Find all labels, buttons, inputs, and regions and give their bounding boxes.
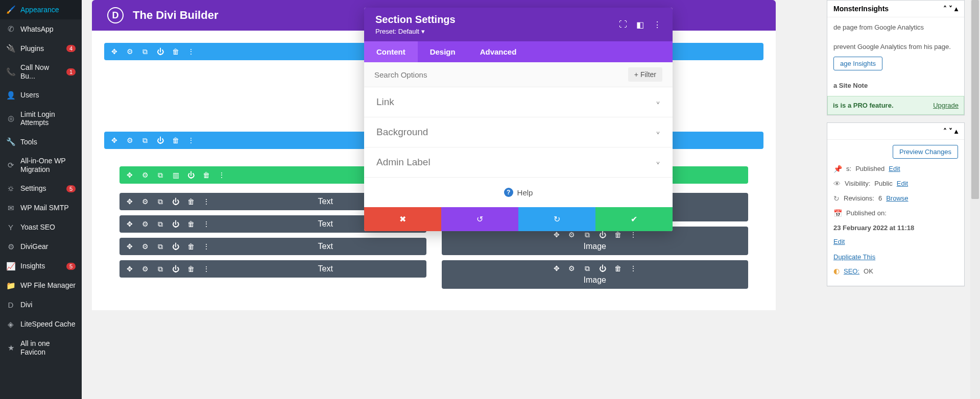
gear-icon[interactable]: ⚙: [126, 136, 134, 144]
move-icon[interactable]: ✥: [126, 220, 134, 228]
gear-icon[interactable]: ⚙: [568, 264, 576, 272]
preview-changes-button[interactable]: Preview Changes: [893, 145, 958, 159]
trash-icon[interactable]: 🗑: [614, 231, 622, 239]
move-icon[interactable]: ✥: [110, 136, 118, 144]
sidebar-item-divi[interactable]: DDivi: [0, 295, 82, 315]
sidebar-item-insights[interactable]: 📈Insights5: [0, 257, 82, 276]
power-icon[interactable]: ⏻: [156, 136, 164, 144]
tab-content[interactable]: Content: [364, 41, 418, 62]
sidebar-item-appearance[interactable]: 🖌️Appearance: [0, 0, 82, 19]
trash-icon[interactable]: 🗑: [172, 136, 180, 144]
more-icon[interactable]: ⋮: [202, 242, 210, 251]
edit-status-link[interactable]: Edit: [889, 164, 900, 174]
sidebar-item-wp-file-manager[interactable]: 📁WP File Manager: [0, 276, 82, 295]
power-icon[interactable]: ⏻: [172, 197, 180, 206]
sidebar-item-litespeed-cache[interactable]: ◈LiteSpeed Cache: [0, 315, 82, 334]
more-icon[interactable]: ⋮: [202, 197, 210, 206]
module-bar-image[interactable]: ✥⚙⧉⏻🗑⋮Image: [442, 260, 749, 289]
gear-icon[interactable]: ⚙: [126, 47, 134, 56]
duplicate-icon[interactable]: ⧉: [141, 47, 149, 56]
search-input[interactable]: [374, 70, 628, 79]
duplicate-icon[interactable]: ⧉: [141, 136, 149, 144]
meta-toggle-icons[interactable]: ˄ ˅ ▴: [943, 5, 958, 13]
scrollbar-track[interactable]: [970, 0, 980, 399]
settings-group-admin-label[interactable]: Admin Label៴: [364, 147, 673, 178]
power-icon[interactable]: ⏻: [156, 47, 164, 56]
meta-toggle-icons[interactable]: ˄ ˅ ▴: [943, 127, 958, 135]
more-icon[interactable]: ⋮: [218, 171, 226, 179]
module-bar-text[interactable]: ✥⚙⧉⏻🗑⋮Text: [119, 260, 426, 278]
gear-icon[interactable]: ⚙: [568, 231, 576, 239]
expand-icon[interactable]: ⛶: [619, 20, 627, 30]
gear-icon[interactable]: ⚙: [141, 171, 149, 179]
settings-group-link[interactable]: Link៴: [364, 87, 673, 117]
trash-icon[interactable]: 🗑: [187, 197, 195, 206]
settings-group-background[interactable]: Background៴: [364, 117, 673, 147]
cancel-button[interactable]: ✖: [364, 207, 441, 231]
trash-icon[interactable]: 🗑: [614, 264, 622, 272]
edit-visibility-link[interactable]: Edit: [897, 179, 908, 189]
sidebar-item-divigear[interactable]: ⚙DiviGear: [0, 237, 82, 257]
help-row[interactable]: ? Help: [364, 178, 673, 207]
more-icon[interactable]: ⋮: [187, 136, 195, 144]
duplicate-icon[interactable]: ⧉: [156, 197, 164, 206]
sidebar-item-call-now-bu-[interactable]: 📞Call Now Bu...1: [0, 58, 82, 86]
trash-icon[interactable]: 🗑: [187, 265, 195, 273]
browse-revisions-link[interactable]: Browse: [886, 193, 908, 204]
sidebar-item-plugins[interactable]: 🔌Plugins4: [0, 39, 82, 58]
trash-icon[interactable]: 🗑: [202, 171, 210, 179]
duplicate-icon[interactable]: ⧉: [156, 242, 164, 251]
settings-preset[interactable]: Preset: Default ▾: [375, 28, 619, 35]
power-icon[interactable]: ⏻: [187, 171, 195, 179]
columns-icon[interactable]: ▥: [172, 171, 180, 179]
sidebar-item-yoast-seo[interactable]: YYoast SEO: [0, 218, 82, 237]
module-bar-text[interactable]: ✥⚙⧉⏻🗑⋮Text: [119, 238, 426, 255]
gear-icon[interactable]: ⚙: [141, 265, 149, 273]
save-button[interactable]: ✔: [595, 207, 673, 231]
power-icon[interactable]: ⏻: [599, 264, 607, 272]
duplicate-icon[interactable]: ⧉: [156, 265, 164, 273]
sidebar-item-all-in-one-favicon[interactable]: ★All in one Favicon: [0, 334, 82, 362]
more-icon[interactable]: ⋮: [629, 231, 637, 239]
move-icon[interactable]: ✥: [126, 171, 134, 179]
undo-button[interactable]: ↺: [441, 207, 518, 231]
sidebar-item-limit-login-attempts[interactable]: ◎Limit Login Attempts: [0, 105, 82, 133]
filter-button[interactable]: + Filter: [628, 67, 662, 82]
trash-icon[interactable]: 🗑: [187, 242, 195, 251]
power-icon[interactable]: ⏻: [599, 231, 607, 239]
more-icon[interactable]: ⋮: [202, 265, 210, 273]
sidebar-item-whatsapp[interactable]: ✆WhatsApp: [0, 19, 82, 39]
move-icon[interactable]: ✥: [110, 47, 118, 56]
power-icon[interactable]: ⏻: [172, 265, 180, 273]
scrollbar-thumb[interactable]: [971, 0, 979, 199]
trash-icon[interactable]: 🗑: [187, 220, 195, 228]
sidebar-item-wp-mail-smtp[interactable]: ✉WP Mail SMTP: [0, 198, 82, 218]
move-icon[interactable]: ✥: [553, 231, 561, 239]
power-icon[interactable]: ⏻: [172, 242, 180, 251]
more-icon[interactable]: ⋮: [653, 20, 661, 30]
tab-design[interactable]: Design: [418, 41, 468, 62]
move-icon[interactable]: ✥: [126, 265, 134, 273]
more-icon[interactable]: ⋮: [629, 264, 637, 272]
duplicate-icon[interactable]: ⧉: [156, 171, 164, 179]
redo-button[interactable]: ↻: [518, 207, 595, 231]
duplicate-icon[interactable]: ⧉: [583, 264, 591, 272]
sidebar-item-users[interactable]: 👤Users: [0, 86, 82, 105]
snap-icon[interactable]: ◧: [636, 20, 644, 30]
move-icon[interactable]: ✥: [553, 264, 561, 272]
sidebar-item-settings[interactable]: ⛭Settings5: [0, 179, 82, 198]
duplicate-link[interactable]: Duplicate This: [833, 253, 875, 261]
seo-label[interactable]: SEO:: [844, 266, 859, 277]
more-icon[interactable]: ⋮: [202, 220, 210, 228]
tab-advanced[interactable]: Advanced: [468, 41, 529, 62]
move-icon[interactable]: ✥: [126, 242, 134, 251]
page-insights-button[interactable]: age Insights: [833, 57, 882, 70]
trash-icon[interactable]: 🗑: [172, 47, 180, 56]
duplicate-icon[interactable]: ⧉: [156, 220, 164, 228]
move-icon[interactable]: ✥: [126, 197, 134, 206]
power-icon[interactable]: ⏻: [172, 220, 180, 228]
more-icon[interactable]: ⋮: [187, 47, 195, 56]
gear-icon[interactable]: ⚙: [141, 242, 149, 251]
gear-icon[interactable]: ⚙: [141, 220, 149, 228]
sidebar-item-all-in-one-wp-migration[interactable]: ⟳All-in-One WP Migration: [0, 152, 82, 179]
